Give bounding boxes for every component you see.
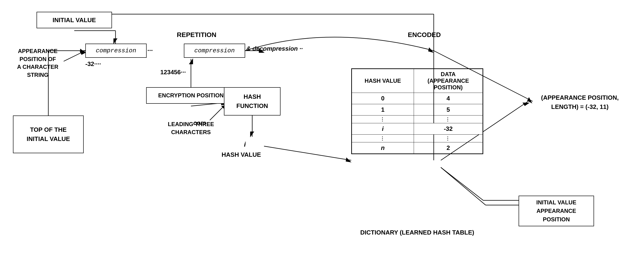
table-dots-row: ⋮ ⋮ [352,116,483,123]
data-1: 5 [414,104,482,116]
dictionary-label: DICTIONARY (LEARNED HASH TABLE) [349,229,486,237]
result-label: (APPEARANCE POSITION,LENGTH) = (-32, 11) [530,93,630,112]
minus32-label: -32···· [85,60,101,68]
num123456-label: 123456··· [160,68,186,76]
i-hash-label: i [244,140,246,149]
hash-value-result-label: HASH VALUE [222,151,261,159]
hash-n: n [352,142,414,154]
svg-line-9 [64,51,85,61]
table-row: 0 4 [352,93,483,104]
data-n: 2 [414,142,482,154]
compression1-label: compression [96,47,136,54]
svg-line-19 [441,167,486,205]
table-dots-row2: ⋮ ⋮ [352,134,483,142]
appearance-position-label: APPEARANCEPOSITION OFA CHARACTERSTRING [14,47,61,79]
table-row: 1 5 [352,104,483,116]
hash-table: HASH VALUE DATA(APPEARANCEPOSITION) 0 4 … [351,68,483,154]
repetition-label: REPETITION [177,31,216,39]
encryption-position-box: ENCRYPTION POSITION [146,87,236,104]
top-initial-value-box: TOP OF THEINITIAL VALUE [13,116,84,153]
hash-i: i [352,123,414,134]
compression2-label: compression [194,47,235,54]
svg-line-14 [264,146,351,160]
table-row-i: i -32 [352,123,483,134]
decompression-label: & decompression ·· [246,45,303,53]
initial-value-appearance-box: INITIAL VALUEAPPEARANCEPOSITION [518,196,594,226]
hash-0: 0 [352,93,414,104]
table-row-n: n 2 [352,142,483,154]
diagram: INITIAL VALUE compression compression & … [0,0,644,260]
data-i: -32 [414,123,482,134]
dots-label: ··· [147,46,153,55]
data-0: 4 [414,93,482,104]
initial-value-box: INITIAL VALUE [36,12,112,28]
initial-value-label: INITIAL VALUE [52,16,96,24]
hash-1: 1 [352,104,414,116]
svg-line-18 [441,167,483,200]
data-col-header: DATA(APPEARANCEPOSITION) [414,69,482,93]
leading-three-label: LEADING THREECHARACTERS [160,120,222,136]
hash-value-col-header: HASH VALUE [352,69,414,93]
hash-function-box: HASHFUNCTION [224,87,280,116]
compression1-box: compression [85,44,146,58]
encoded-label: ENCODED [408,31,441,39]
compression2-box: compression [184,44,245,58]
